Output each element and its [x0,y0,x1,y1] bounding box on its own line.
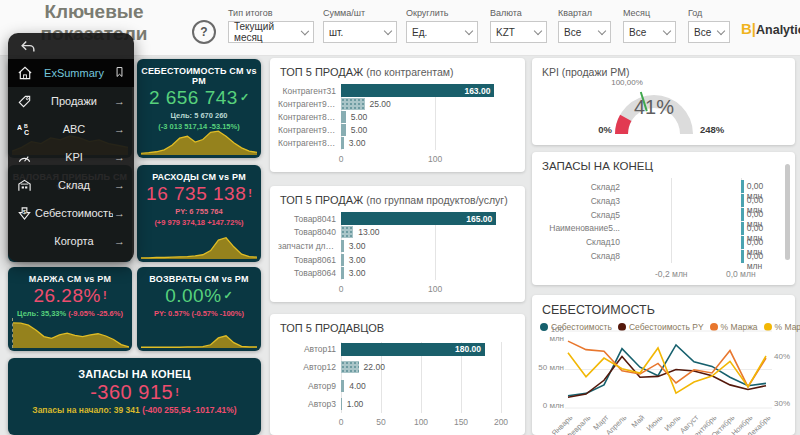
kpi-subtext: Запасы на начало: 39 341 (-400 255,54 -1… [8,406,261,415]
bar-track: 3.00 [341,137,501,150]
bar-row[interactable]: Товар80643.00 [278,266,501,280]
bar-category-label: Контрагент894 [278,138,341,148]
bar[interactable] [341,398,342,410]
svg-text:C: C [24,128,29,135]
card-rashody[interactable]: РАСХОДЫ CM vs PM 16 735 138! PY: 6 755 7… [137,165,261,262]
bar-value-label: 1.00 [347,399,364,409]
menu-item-abc[interactable]: ABCABC→ [8,115,134,143]
bar-row[interactable]: Автор11180.00 [278,342,501,357]
filter-select-tip-itogov[interactable]: Текущий месяц [228,21,314,43]
card-vozvraty[interactable]: ВОЗВРАТЫ CM vs PM 0.00%✓ PY: 0.57% (-0.5… [137,267,261,351]
stock-bar[interactable] [741,250,744,263]
stock-row[interactable]: Склад80,00 млн [540,249,777,263]
filter-select-mesyac[interactable]: Все [623,21,676,43]
menu-item-склад[interactable]: Склад→ [8,171,134,199]
menu-item-label: ExSummary [35,67,113,79]
stock-label: Склад5 [540,210,626,220]
bar-row[interactable]: запчасти для о...3.00 [278,239,501,253]
bar[interactable] [341,361,359,373]
home-icon [17,65,35,81]
card-top5-products: ТОП 5 ПРОДАЖ (по группам продуктов/услуг… [270,186,525,302]
bar[interactable] [341,111,346,123]
abc-icon: ABC [17,122,35,137]
bar[interactable] [341,380,344,392]
bar-row[interactable]: Товар804013.00 [278,226,501,240]
menu-item-себестоимость[interactable]: $Себестоимость→ [8,199,134,227]
stock-bar[interactable] [741,222,744,235]
bar-row[interactable]: Контрагент8943.00 [278,137,501,150]
filter-okruglit: ОкруглитьЕд. [406,8,478,43]
sparkline-chart [141,227,257,259]
filter-value: Все [564,27,581,38]
bar-category-label: Контрагент900 [278,99,341,109]
stock-row[interactable]: Склад30,00 млн [540,194,777,208]
bar[interactable]: 180.00 [341,343,485,356]
bar-row[interactable]: Автор94.00 [278,378,501,393]
bar-row[interactable]: Автор31.00 [278,396,501,411]
bar-category-label: Товар8041 [278,214,341,224]
scrollbar[interactable] [785,164,790,260]
card-zapasy[interactable]: ЗАПАСЫ НА КОНЕЦ -360 915! Запасы на нача… [8,358,261,435]
bar-row[interactable]: Контрагент9425.00 [278,124,501,137]
filter-select-kvartal[interactable]: Все [558,21,611,43]
menu-item-когорта[interactable]: Когорта→ [8,227,134,255]
filter-select-summa-sht[interactable]: шт. [323,21,397,43]
y-axis-label: 100 млн [534,325,564,343]
stock-bar[interactable] [741,194,744,207]
bar-chart-sellers: 050100150200Автор11180.00Автор1222.00Авт… [278,340,515,431]
bar[interactable]: 165.00 [341,212,496,225]
menu-item-label: ABC [35,123,113,135]
card-title: ЗАПАСЫ НА КОНЕЦ [8,368,261,380]
stock-row[interactable]: Склад100,00 млн [540,235,777,249]
card-title: ВОЗВРАТЫ CM vs PM [137,274,261,284]
stock-bar[interactable] [741,236,744,249]
bar-row[interactable]: Автор1222.00 [278,360,501,375]
bar-row[interactable]: Контрагент8795.00 [278,110,501,123]
filter-select-okruglit[interactable]: Ед. [406,21,478,43]
bar[interactable] [341,124,346,136]
card-sebestoimost[interactable]: СЕБЕСТОИМОСТЬ CM vs PM 2 656 743✓ Цель: … [137,59,261,158]
filter-summa-sht: Сумма/штшт. [323,8,397,43]
chart-title: ТОП 5 ПРОДАЖ (по группам продуктов/услуг… [270,186,525,206]
menu-item-exsummary[interactable]: ExSummary [8,59,134,87]
menu-item-продажи[interactable]: Продажи→ [8,87,134,115]
back-button[interactable] [8,33,134,59]
filter-select-god[interactable]: Все [688,21,730,43]
stock-row[interactable]: Склад20,00 млн [540,180,777,194]
bar-track: 25.00 [341,97,501,110]
card-marzha[interactable]: МАРЖА CM vs PM 26.28%! Цель: 35,33% (-9.… [8,267,132,351]
bar[interactable]: 163.00 [341,84,494,97]
stocks-axis: -0,2 млн0,0 млн [626,269,777,279]
chart-title: ЗАПАСЫ НА КОНЕЦ [532,152,795,172]
bar-track: 4.00 [341,379,501,392]
help-button[interactable]: ? [192,20,216,44]
bar[interactable] [341,98,365,110]
stock-bar[interactable] [741,180,744,193]
bar[interactable] [341,226,353,238]
bar[interactable] [341,254,344,266]
stocks-chart: Склад20,00 млнСклад30,00 млнСклад50,00 м… [540,180,777,263]
stock-row[interactable]: Склад50,00 млн [540,208,777,222]
filter-kvartal: КварталВсе [558,8,611,43]
chart-title: ТОП 5 ПРОДАЖ (по контрагентам) [270,58,525,78]
bar-track: 1.00 [341,397,501,410]
arrow-right-icon: → [113,151,125,163]
stock-bar[interactable] [741,208,744,221]
filter-select-valyuta[interactable]: KZT [490,21,547,43]
bar-row[interactable]: Контрагент31163.00 [278,84,501,97]
logo-text: Analytics [756,23,800,37]
stock-row[interactable]: Наименование5...0,00 млн [540,221,777,235]
bar[interactable] [341,240,344,252]
chart-title: ТОП 5 ПРОДАВЦОВ [270,314,525,334]
bar[interactable] [341,137,344,149]
bar-row[interactable]: Контрагент90025.00 [278,97,501,110]
bar-row[interactable]: Товар8041165.00 [278,212,501,226]
menu-item-kpi[interactable]: KPI→ [8,143,134,171]
menu-item-label: Склад [35,179,113,191]
kpi-value: -360 915 [90,381,173,403]
bar[interactable] [341,267,344,279]
bar-category-label: запчасти для о... [278,241,341,251]
bar-chart-contragents: 0100Контрагент31163.00Контрагент90025.00… [278,84,515,168]
bar-row[interactable]: Товар80613.00 [278,253,501,267]
kpi-subtext: PY: 6 755 764 [137,207,261,216]
